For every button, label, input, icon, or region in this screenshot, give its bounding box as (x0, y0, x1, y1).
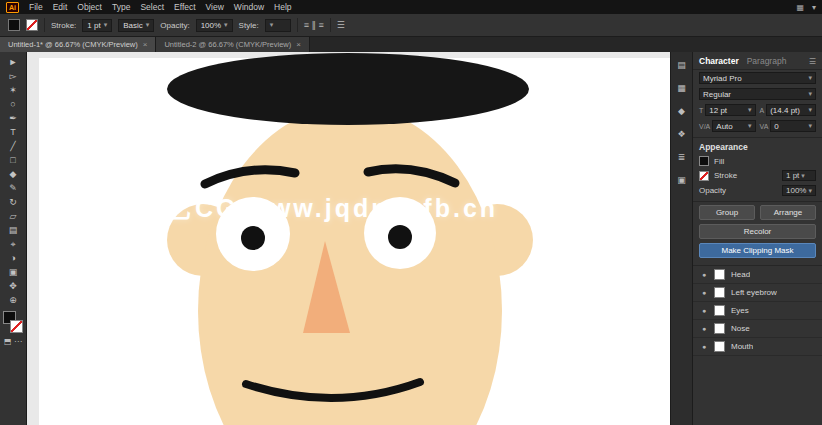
libraries-panel-icon[interactable]: ▣ (674, 173, 690, 187)
layer-thumbnail[interactable] (714, 341, 725, 352)
layer-row-left-eyebrow[interactable]: ● Left eyebrow (693, 284, 822, 302)
arrange-button[interactable]: Arrange (760, 205, 816, 220)
document-tab-bar: Untitled-1* @ 66.67% (CMYK/Preview) × Un… (0, 37, 822, 52)
document-tab-active[interactable]: Untitled-1* @ 66.67% (CMYK/Preview) × (0, 37, 156, 52)
tracking-input[interactable]: 0 ▾ (770, 120, 816, 132)
layer-thumbnail[interactable] (714, 323, 725, 334)
stroke-weight-select[interactable]: 1 pt ▾ (782, 170, 816, 181)
font-style-select[interactable]: Regular ▾ (699, 88, 816, 100)
opacity-select[interactable]: 100% ▾ (782, 185, 816, 196)
scale-tool[interactable]: ▱ (3, 209, 23, 223)
menu-edit[interactable]: Edit (53, 2, 68, 12)
layer-thumbnail[interactable] (714, 305, 725, 316)
menu-object[interactable]: Object (77, 2, 102, 12)
type-tool[interactable]: T (3, 125, 23, 139)
left-pupil-shape[interactable] (241, 226, 265, 250)
layer-thumbnail[interactable] (714, 287, 725, 298)
brushes-panel-icon[interactable]: ◆ (674, 104, 690, 118)
menu-window[interactable]: Window (234, 2, 264, 12)
make-clipping-mask-button[interactable]: Make Clipping Mask (699, 243, 816, 258)
tracking-icon: VA (760, 123, 769, 130)
menu-file[interactable]: File (29, 2, 43, 12)
selection-tool[interactable]: ► (3, 55, 23, 69)
stroke-swatch[interactable] (10, 320, 23, 333)
tab-paragraph[interactable]: Paragraph (747, 56, 787, 66)
menu-effect[interactable]: Effect (174, 2, 196, 12)
layer-row-eyes[interactable]: ● Eyes (693, 302, 822, 320)
layer-thumbnail[interactable] (714, 269, 725, 280)
tab-character[interactable]: Character (699, 56, 739, 66)
group-button[interactable]: Group (699, 205, 755, 220)
panel-menu-icon[interactable]: ☰ (337, 20, 345, 30)
menubar-right: ▦ ▾ (796, 3, 816, 12)
main-area: ► ▻ ✶ ○ ✒ T ╱ □ ◆ ✎ ↻ ▱ ▤ ⌖ ◑ ▣ ✥ ⊕ ⬒ ⋯ (0, 52, 822, 425)
close-icon[interactable]: × (143, 40, 148, 49)
line-segment-tool[interactable]: ╱ (3, 139, 23, 153)
menu-select[interactable]: Select (140, 2, 164, 12)
layer-row-head[interactable]: ● Head (693, 266, 822, 284)
hand-tool[interactable]: ✥ (3, 279, 23, 293)
font-size-input[interactable]: 12 pt ▾ (705, 104, 755, 116)
menu-help[interactable]: Help (274, 2, 291, 12)
rotate-tool[interactable]: ↻ (3, 195, 23, 209)
toolbar-bottom-icons[interactable]: ⬒ ⋯ (4, 336, 22, 347)
leading-input[interactable]: (14.4 pt) ▾ (766, 104, 816, 116)
gradient-tool[interactable]: ▤ (3, 223, 23, 237)
symbols-panel-icon[interactable]: ❖ (674, 127, 690, 141)
opacity-select[interactable]: 100% ▾ (196, 19, 233, 32)
visibility-eye-icon[interactable]: ● (700, 325, 708, 332)
right-pupil-shape[interactable] (388, 225, 412, 249)
font-family-select[interactable]: Myriad Pro ▾ (699, 72, 816, 84)
eyedropper-tool[interactable]: ⌖ (3, 237, 23, 251)
brush-definition-select[interactable]: Basic ▾ (118, 19, 154, 32)
fill-color-swatch[interactable] (8, 19, 20, 31)
swatches-panel-icon[interactable]: ▦ (674, 81, 690, 95)
layer-row-nose[interactable]: ● Nose (693, 320, 822, 338)
rectangle-tool[interactable]: □ (3, 153, 23, 167)
style-select[interactable]: ▾ (265, 19, 291, 32)
stroke-color-chip[interactable] (699, 171, 709, 181)
appearance-opacity-row[interactable]: Opacity 100% ▾ (693, 183, 822, 198)
stroke-weight-value: 1 pt (87, 21, 100, 30)
color-panel-icon[interactable]: ▤ (674, 58, 690, 72)
visibility-eye-icon[interactable]: ● (700, 343, 708, 350)
arrange-documents-icon[interactable]: ▦ (796, 3, 804, 12)
appearance-fill-row[interactable]: Fill (693, 154, 822, 168)
document-tab-inactive[interactable]: Untitled-2 @ 66.67% (CMYK/Preview) × (156, 37, 310, 52)
stroke-color-swatch[interactable] (26, 19, 38, 31)
artboard-tool[interactable]: ▣ (3, 265, 23, 279)
magic-wand-tool[interactable]: ✶ (3, 83, 23, 97)
align-buttons[interactable]: ≡ ∥ ≡ (304, 20, 324, 30)
menubar: Ai File Edit Object Type Select Effect V… (0, 0, 822, 14)
direct-selection-tool[interactable]: ▻ (3, 69, 23, 83)
fill-stroke-indicator[interactable] (3, 311, 23, 333)
stroke-weight-value: 1 pt (786, 171, 799, 180)
app-logo-icon[interactable]: Ai (6, 2, 19, 13)
zoom-tool[interactable]: ⊕ (3, 293, 23, 307)
hat-shape[interactable] (167, 53, 529, 125)
kerning-input[interactable]: Auto ▾ (712, 120, 755, 132)
layers-panel-icon[interactable]: ≣ (674, 150, 690, 164)
lasso-tool[interactable]: ○ (3, 97, 23, 111)
paintbrush-tool[interactable]: ◆ (3, 167, 23, 181)
visibility-eye-icon[interactable]: ● (700, 289, 708, 296)
menu-type[interactable]: Type (112, 2, 130, 12)
recolor-button[interactable]: Recolor (699, 224, 816, 239)
panel-menu-icon[interactable]: ☰ (809, 57, 816, 66)
leading-value: (14.4 pt) (770, 106, 800, 115)
close-icon[interactable]: × (296, 40, 301, 49)
appearance-stroke-row[interactable]: Stroke 1 pt ▾ (693, 168, 822, 183)
visibility-eye-icon[interactable]: ● (700, 307, 708, 314)
fill-color-chip[interactable] (699, 156, 709, 166)
blend-tool[interactable]: ◑ (3, 251, 23, 265)
menu-view[interactable]: View (206, 2, 224, 12)
canvas-area[interactable]: 技艺CG www.jqdnxxfb.cn (27, 52, 670, 425)
chevron-down-icon: ▾ (801, 172, 805, 180)
pen-tool[interactable]: ✒ (3, 111, 23, 125)
visibility-eye-icon[interactable]: ● (700, 271, 708, 278)
layer-row-mouth[interactable]: ● Mouth (693, 338, 822, 356)
stroke-weight-select[interactable]: 1 pt ▾ (82, 19, 112, 32)
workspace-chevron-icon[interactable]: ▾ (812, 3, 816, 12)
opacity-label: Opacity (699, 186, 726, 195)
pencil-tool[interactable]: ✎ (3, 181, 23, 195)
